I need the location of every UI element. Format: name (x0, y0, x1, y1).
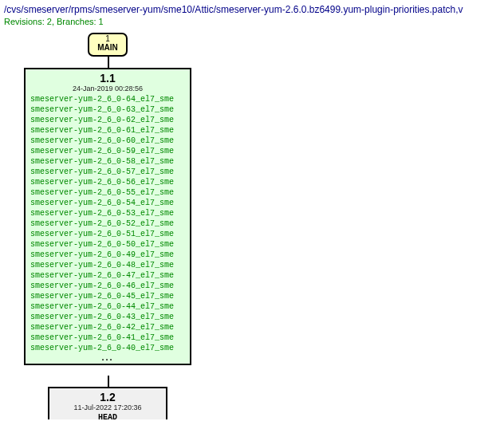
tag-item: smeserver-yum-2_6_0-51_el7_sme (30, 229, 187, 239)
connector-line (108, 376, 109, 387)
tag-item: smeserver-yum-2_6_0-57_el7_sme (30, 167, 187, 177)
revision-box-2[interactable]: 1.2 11-Jul-2022 17:20:36 HEAD (48, 387, 167, 419)
tag-item: smeserver-yum-2_6_0-64_el7_sme (30, 94, 187, 104)
tag-item: smeserver-yum-2_6_0-62_el7_sme (30, 115, 187, 125)
ellipsis: ... (29, 352, 187, 362)
revision-version: 1.1 (29, 72, 187, 85)
tag-list: smeserver-yum-2_6_0-64_el7_sme smeserver… (29, 94, 187, 353)
tag-item: smeserver-yum-2_6_0-58_el7_sme (30, 156, 187, 167)
tag-item: smeserver-yum-2_6_0-54_el7_sme (30, 198, 187, 208)
tag-item: smeserver-yum-2_6_0-53_el7_sme (30, 208, 187, 218)
tag-item: smeserver-yum-2_6_0-49_el7_sme (30, 250, 187, 260)
revision-date: 11-Jul-2022 17:20:36 (53, 403, 163, 411)
revision-info: Revisions: 2, Branches: 1 (4, 17, 500, 26)
revision-version: 1.2 (53, 391, 163, 403)
tag-item: smeserver-yum-2_6_0-45_el7_sme (30, 291, 187, 301)
tag-item: smeserver-yum-2_6_0-60_el7_sme (30, 136, 187, 146)
revision-graph: 1 MAIN 1.1 24-Jan-2019 00:28:56 smeserve… (4, 33, 500, 415)
tag-item: smeserver-yum-2_6_0-43_el7_sme (30, 312, 187, 322)
tag-item: smeserver-yum-2_6_0-42_el7_sme (30, 322, 187, 333)
tag-item: smeserver-yum-2_6_0-50_el7_sme (30, 239, 187, 250)
head-label: HEAD (53, 413, 163, 419)
tag-item: smeserver-yum-2_6_0-41_el7_sme (30, 333, 187, 343)
tag-item: smeserver-yum-2_6_0-59_el7_sme (30, 146, 187, 156)
tag-item: smeserver-yum-2_6_0-46_el7_sme (30, 281, 187, 291)
revision-box-1[interactable]: 1.1 24-Jan-2019 00:28:56 smeserver-yum-2… (24, 68, 191, 365)
tag-item: smeserver-yum-2_6_0-52_el7_sme (30, 218, 187, 229)
revision-date: 24-Jan-2019 00:28:56 (29, 85, 187, 93)
branch-main-box[interactable]: 1 MAIN (88, 33, 128, 57)
branch-label: MAIN (89, 43, 126, 53)
connector-line (108, 57, 109, 68)
branch-num: 1 (89, 35, 126, 43)
tag-item: smeserver-yum-2_6_0-44_el7_sme (30, 301, 187, 312)
tag-item: smeserver-yum-2_6_0-63_el7_sme (30, 104, 187, 115)
file-path: /cvs/smeserver/rpms/smeserver-yum/sme10/… (4, 4, 500, 15)
tag-item: smeserver-yum-2_6_0-47_el7_sme (30, 270, 187, 281)
tag-item: smeserver-yum-2_6_0-56_el7_sme (30, 177, 187, 187)
tag-item: smeserver-yum-2_6_0-55_el7_sme (30, 187, 187, 198)
tag-item: smeserver-yum-2_6_0-48_el7_sme (30, 260, 187, 270)
tag-item: smeserver-yum-2_6_0-61_el7_sme (30, 125, 187, 136)
